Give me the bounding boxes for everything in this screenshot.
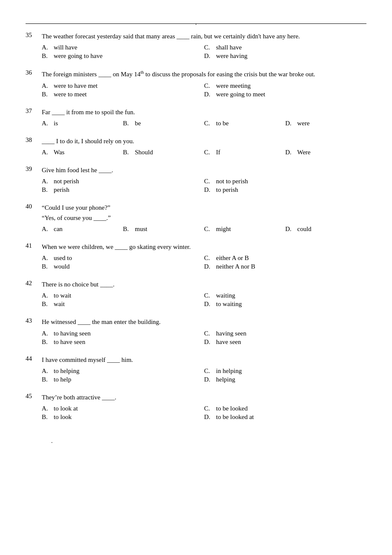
- option-text: to be looked at: [216, 413, 254, 421]
- option-44-C: C.in helping: [204, 367, 366, 375]
- option-text: could: [297, 225, 311, 233]
- bottom-dot: .: [26, 438, 366, 445]
- options-grid-36: A.were to have metC.were meetingB.were t…: [42, 82, 366, 98]
- option-text: be: [135, 120, 141, 127]
- option-text: were: [297, 120, 310, 127]
- option-37-D: D.were: [285, 120, 367, 127]
- option-label: C.: [204, 292, 216, 299]
- options-grid-43: A.to having seenC.having seenB.to have s…: [42, 330, 366, 346]
- option-44-B: B.to help: [42, 376, 204, 383]
- option-text: to waiting: [216, 301, 242, 308]
- question-block-41: 41When we were children, we ____ go skat…: [26, 242, 366, 270]
- option-42-D: D.to waiting: [204, 301, 366, 308]
- option-text: If: [216, 149, 220, 156]
- question-number-40: 40: [26, 203, 42, 210]
- questions-container: 35The weather forecast yesterday said th…: [26, 32, 366, 421]
- option-label: C.: [204, 82, 216, 90]
- option-text: to having seen: [54, 330, 91, 337]
- option-text: have seen: [216, 338, 241, 346]
- question-number-35: 35: [26, 32, 42, 39]
- option-label: C.: [204, 149, 216, 156]
- option-41-B: B.would: [42, 263, 204, 270]
- question-block-43: 43He witnessed ____ the man enter the bu…: [26, 317, 366, 345]
- option-39-B: B.perish: [42, 186, 204, 194]
- question-text-36: The foreign ministers ____ on May 14th t…: [42, 69, 366, 79]
- option-label: B.: [42, 413, 54, 421]
- option-39-D: D.to perish: [204, 186, 366, 194]
- question-text-42: There is no choice but ____.: [42, 280, 366, 289]
- option-label: D.: [204, 263, 216, 270]
- option-36-C: C.were meeting: [204, 82, 366, 90]
- option-label: B.: [42, 376, 54, 383]
- option-text: perish: [54, 186, 69, 194]
- option-label: B.: [123, 120, 135, 127]
- question-row-41: 41When we were children, we ____ go skat…: [26, 242, 366, 252]
- option-label: C.: [204, 120, 216, 127]
- option-label: A.: [42, 405, 54, 412]
- question-block-37: 37Far ____ it from me to spoil the fun.A…: [26, 107, 366, 127]
- option-44-A: A.to helping: [42, 367, 204, 375]
- option-36-A: A.were to have met: [42, 82, 204, 90]
- option-label: A.: [42, 178, 54, 185]
- option-41-C: C.either A or B: [204, 254, 366, 262]
- question-row-44: 44I have committed myself ____ him.: [26, 355, 366, 365]
- option-label: B.: [42, 263, 54, 270]
- option-39-A: A.not perish: [42, 178, 204, 185]
- option-label: D.: [204, 301, 216, 308]
- options-grid-39: A.not perishC.not to perishB.perishD.to …: [42, 178, 366, 194]
- option-37-A: A.is: [42, 120, 123, 127]
- option-text: to helping: [54, 367, 79, 375]
- option-42-B: B.wait: [42, 301, 204, 308]
- option-38-A: A.Was: [42, 149, 123, 156]
- question-block-38: 38____ I to do it, I should rely on you.…: [26, 136, 366, 156]
- option-36-D: D.were going to meet: [204, 91, 366, 98]
- options-grid-42: A.to waitC.waitingB.waitD.to waiting: [42, 292, 366, 308]
- option-text: wait: [54, 301, 65, 308]
- option-37-C: C.to be: [204, 120, 285, 127]
- option-label: D.: [285, 225, 297, 233]
- options-grid-41: A.used toC.either A or BB.wouldD.neither…: [42, 254, 366, 270]
- question-number-41: 41: [26, 242, 42, 249]
- option-label: D.: [204, 91, 216, 98]
- question-row-37: 37Far ____ it from me to spoil the fun.: [26, 107, 366, 117]
- option-text: not perish: [54, 178, 79, 185]
- option-label: B.: [42, 91, 54, 98]
- option-label: D.: [204, 186, 216, 194]
- option-label: C.: [204, 44, 216, 51]
- option-text: not to perish: [216, 178, 248, 185]
- option-label: C.: [204, 367, 216, 375]
- option-42-C: C.waiting: [204, 292, 366, 299]
- question-number-43: 43: [26, 317, 42, 324]
- option-text: to perish: [216, 186, 238, 194]
- top-divider: .: [26, 23, 366, 24]
- question-block-40: 40“Could I use your phone?”“Yes, of cour…: [26, 203, 366, 233]
- option-text: to have seen: [54, 338, 85, 346]
- option-label: A.: [42, 330, 54, 337]
- question-text-40: “Could I use your phone?”“Yes, of course…: [42, 203, 366, 223]
- option-label: A.: [42, 292, 54, 299]
- question-row-39: 39Give him food lest he ____.: [26, 165, 366, 175]
- option-label: B.: [42, 338, 54, 346]
- question-text-35: The weather forecast yesterday said that…: [42, 32, 366, 41]
- option-text: to be looked: [216, 405, 248, 412]
- question-number-36: 36: [26, 69, 42, 76]
- question-text-45: They’re both attractive ____.: [42, 393, 366, 402]
- question-text-39: Give him food lest he ____.: [42, 165, 366, 175]
- option-text: is: [54, 120, 58, 127]
- option-text: neither A nor B: [216, 263, 255, 270]
- option-43-B: B.to have seen: [42, 338, 204, 346]
- option-label: C.: [204, 330, 216, 337]
- option-39-C: C.not to perish: [204, 178, 366, 185]
- question-text-38: ____ I to do it, I should rely on you.: [42, 136, 366, 146]
- option-text: will have: [54, 44, 77, 51]
- question-number-45: 45: [26, 393, 42, 400]
- option-text: Was: [54, 149, 64, 156]
- question-number-37: 37: [26, 107, 42, 115]
- option-label: B.: [42, 186, 54, 194]
- option-label: B.: [42, 52, 54, 60]
- option-42-A: A.to wait: [42, 292, 204, 299]
- question-row-38: 38____ I to do it, I should rely on you.: [26, 136, 366, 146]
- option-38-D: D.Were: [285, 149, 367, 156]
- options-grid-40: A.canB.mustC.mightD.could: [42, 225, 366, 233]
- question-row-35: 35The weather forecast yesterday said th…: [26, 32, 366, 41]
